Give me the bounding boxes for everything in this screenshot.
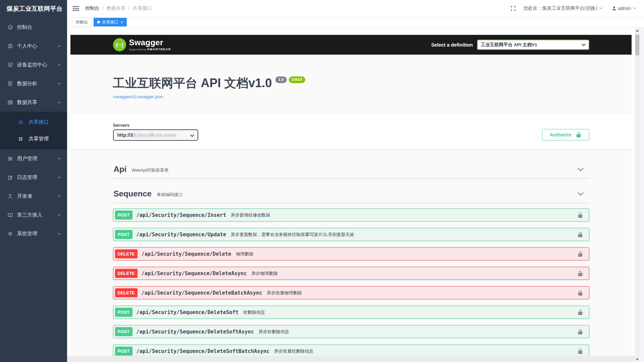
sidebar-item-third-party[interactable]: 第三方接入 [0, 205, 67, 224]
scheme-container: Servers http://39.1●●.08.●●.●●●● Authori… [70, 114, 632, 149]
sidebar-item-label: 控制台 [17, 24, 57, 31]
sidebar-item-label: 开发者 [17, 193, 57, 199]
scroll-up-button[interactable] [635, 28, 640, 33]
sidebar: 煤炭工业互联网平台 控制台 个人中心 设备监控中心 数据分析 数据共享 共享接口… [0, 0, 67, 362]
endpoint-post-api-security-sequence-insert[interactable]: POST /api/Security/Sequence/Insert 异步新增或… [113, 208, 589, 222]
chevron-down-icon [57, 63, 61, 67]
sidebar-subitem-share-api[interactable]: 共享接口 [0, 114, 67, 130]
endpoint-delete-api-security-sequence-deletebatchasync[interactable]: DELETE /api/Security/Sequence/DeleteBatc… [113, 286, 589, 299]
api-title: 工业互联网平台 API 文档v1.0 1.0 OAS3 [113, 76, 589, 90]
method-badge: POST [115, 347, 132, 356]
section-description: WebApi控制器基类 [131, 165, 168, 173]
unlock-icon[interactable] [577, 251, 583, 257]
spec-json-link[interactable]: /swagger/v1/swagger.json [113, 94, 163, 99]
sidebar-item-label: 日志管理 [17, 174, 57, 181]
endpoint-post-api-security-sequence-deletesoftasync[interactable]: POST /api/Security/Sequence/DeleteSoftAs… [113, 325, 589, 338]
authorize-button[interactable]: Authorize [542, 129, 589, 140]
sidebar-item-log-manage[interactable]: 日志管理 [0, 168, 67, 187]
sidebar-item-user-manage[interactable]: 用户管理 [0, 149, 67, 168]
method-badge: POST [115, 230, 132, 239]
endpoint-delete-api-security-sequence-deleteasync[interactable]: DELETE /api/Security/Sequence/DeleteAsyn… [113, 267, 589, 280]
breadcrumb-item[interactable]: 控制台 [85, 5, 99, 11]
endpoint-post-api-security-sequence-deletesoftbatchasync[interactable]: POST /api/Security/Sequence/DeleteSoftBa… [113, 345, 589, 356]
endpoint-path: /api/Security/Sequence/Delete [142, 251, 231, 257]
endpoint-post-api-security-sequence-deletesoft[interactable]: POST /api/Security/Sequence/DeleteSoft 软… [113, 306, 589, 319]
method-badge: DELETE [115, 288, 138, 297]
sidebar-subitem-label: 共享接口 [29, 119, 49, 125]
unlock-icon[interactable] [577, 328, 583, 335]
tab-bar: 控制台 共享接口 × [67, 17, 644, 28]
user-avatar-icon [611, 6, 617, 11]
unlock-icon[interactable] [577, 270, 583, 277]
book-icon [7, 212, 13, 218]
tab-label: 共享接口 [102, 19, 118, 25]
fullscreen-icon[interactable] [510, 5, 516, 11]
sidebar-item-data-share[interactable]: 数据共享 [0, 93, 67, 112]
section-api: Api WebApi控制器基类 [113, 160, 589, 179]
platform-switcher[interactable]: 您处在：煤炭工业互联网平台(切换) [524, 5, 603, 11]
section-header[interactable]: Api WebApi控制器基类 [113, 160, 589, 179]
unlock-icon [576, 132, 582, 138]
chevron-down-icon [57, 194, 61, 198]
chevron-down-icon [633, 6, 637, 10]
version-badge: 1.0 [275, 76, 287, 83]
tab-控制台[interactable]: 控制台 [72, 18, 92, 26]
tab-label: 控制台 [76, 19, 88, 25]
iframe-bottom-strip [67, 356, 635, 362]
servers-select[interactable]: http://39.1●●.08.●●.●●●● [113, 129, 198, 141]
sidebar-item-profile[interactable]: 个人中心 [0, 37, 67, 55]
unlock-icon[interactable] [577, 348, 583, 355]
chevron-down-icon [599, 6, 603, 10]
chevron-down-icon [57, 213, 61, 217]
servers-block: Servers http://39.1●●.08.●●.●●●● [113, 123, 198, 141]
method-badge: POST [115, 327, 132, 336]
news-icon [7, 100, 13, 105]
unlock-icon[interactable] [577, 231, 583, 238]
unlock-icon[interactable] [577, 290, 583, 296]
sidebar-item-label: 数据共享 [17, 99, 57, 106]
breadcrumb: 控制台/数据共享/共享接口 [85, 5, 152, 11]
tab-共享接口[interactable]: 共享接口 × [94, 18, 127, 26]
unlock-icon[interactable] [577, 212, 583, 219]
swagger-logo: {···} Swagger Supported by SMARTBEAR [113, 38, 171, 51]
swagger-topbar: {···} Swagger Supported by SMARTBEAR Sel… [70, 35, 632, 55]
username: admin [618, 6, 631, 11]
chevron-down-icon[interactable] [577, 190, 584, 197]
server-url-redacted: 9.1●●.08.●●.●●●● [133, 132, 176, 138]
api-info: 工业互联网平台 API 文档v1.0 1.0 OAS3 /swagger/v1/… [113, 55, 589, 100]
topbar: 控制台/数据共享/共享接口 您处在：煤炭工业互联网平台(切换) admin [67, 0, 644, 17]
breadcrumb-separator: / [128, 6, 130, 11]
content-area: {···} Swagger Supported by SMARTBEAR Sel… [67, 28, 644, 362]
scrollbar-thumb[interactable] [635, 35, 639, 55]
unlock-icon[interactable] [577, 309, 583, 316]
sidebar-item-label: 数据分析 [17, 80, 57, 87]
chevron-down-icon[interactable] [577, 166, 584, 173]
person-icon [7, 193, 13, 199]
endpoint-path: /api/Security/Sequence/DeleteBatchAsync [142, 290, 262, 296]
endpoint-delete-api-security-sequence-delete[interactable]: DELETE /api/Security/Sequence/Delete 物理删… [113, 247, 589, 260]
sidebar-item-label: 设备监控中心 [17, 62, 57, 68]
method-badge: POST [115, 210, 132, 220]
chevron-down-icon [190, 134, 194, 137]
sidebar-item-data-analysis[interactable]: 数据分析 [0, 74, 67, 93]
sidebar-item-label: 系统管理 [17, 231, 57, 237]
chevron-down-icon [582, 44, 586, 46]
sidebar-item-console[interactable]: 控制台 [0, 18, 67, 37]
scrollbar[interactable] [635, 28, 640, 362]
definition-select[interactable]: 工业互联网平台 API 文档V1 [477, 40, 589, 50]
list-icon [18, 120, 23, 125]
sidebar-collapse-icon[interactable] [72, 5, 79, 12]
sidebar-subitem-share-manage[interactable]: 共享管理 [0, 130, 67, 147]
app-title: 煤炭工业互联网平台 [0, 0, 67, 18]
section-name: Sequence [114, 189, 152, 198]
sidebar-item-system-manage[interactable]: 系统管理 [0, 224, 67, 243]
sidebar-item-label: 用户管理 [17, 156, 57, 162]
endpoint-post-api-security-sequence-update[interactable]: POST /api/Security/Sequence/Update 异步更新数… [113, 228, 589, 241]
scroll-down-button[interactable] [635, 357, 640, 362]
section-header[interactable]: Sequence 单据编码接口 [113, 185, 589, 203]
sidebar-item-developer[interactable]: 开发者 [0, 187, 67, 205]
swagger-logo-icon: {···} [113, 38, 126, 51]
user-menu[interactable]: admin [611, 6, 637, 11]
tab-close-icon[interactable]: × [120, 20, 123, 24]
sidebar-item-device-monitor[interactable]: 设备监控中心 [0, 55, 67, 74]
